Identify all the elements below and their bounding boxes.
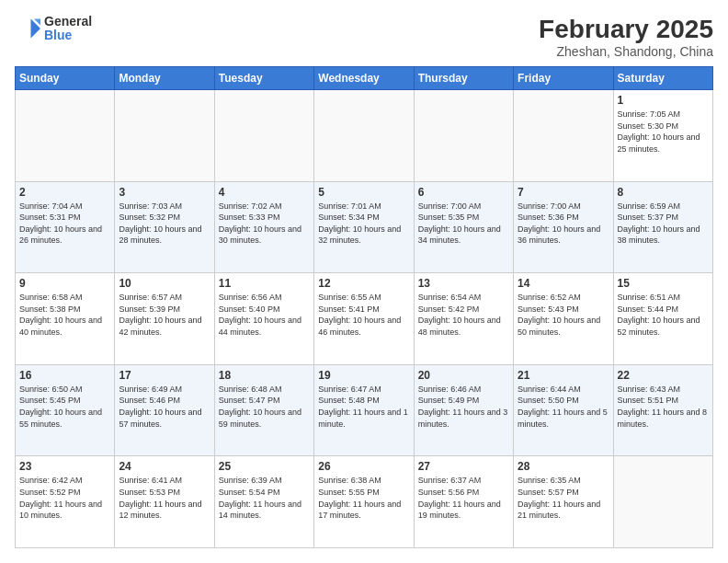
logo-general: General	[44, 15, 92, 29]
table-row: 6Sunrise: 7:00 AM Sunset: 5:35 PM Daylig…	[414, 181, 513, 273]
table-row: 17Sunrise: 6:49 AM Sunset: 5:46 PM Dayli…	[115, 364, 214, 456]
day-info: Sunrise: 6:50 AM Sunset: 5:45 PM Dayligh…	[19, 384, 110, 430]
table-row: 4Sunrise: 7:02 AM Sunset: 5:33 PM Daylig…	[214, 181, 313, 273]
day-info: Sunrise: 6:43 AM Sunset: 5:51 PM Dayligh…	[618, 384, 709, 430]
table-row	[613, 456, 712, 548]
table-row: 18Sunrise: 6:48 AM Sunset: 5:47 PM Dayli…	[214, 364, 313, 456]
day-info: Sunrise: 7:05 AM Sunset: 5:30 PM Dayligh…	[618, 109, 709, 155]
day-info: Sunrise: 6:47 AM Sunset: 5:48 PM Dayligh…	[318, 384, 409, 430]
col-sunday: Sunday	[16, 67, 115, 90]
table-row: 24Sunrise: 6:41 AM Sunset: 5:53 PM Dayli…	[115, 456, 214, 548]
day-number: 8	[618, 186, 709, 199]
day-info: Sunrise: 6:59 AM Sunset: 5:37 PM Dayligh…	[618, 201, 709, 247]
col-saturday: Saturday	[613, 67, 712, 90]
day-number: 17	[119, 369, 210, 382]
calendar-table: Sunday Monday Tuesday Wednesday Thursday…	[15, 66, 713, 548]
table-row: 7Sunrise: 7:00 AM Sunset: 5:36 PM Daylig…	[514, 181, 613, 273]
day-number: 9	[19, 277, 110, 290]
day-info: Sunrise: 6:44 AM Sunset: 5:50 PM Dayligh…	[518, 384, 609, 430]
day-number: 4	[219, 186, 310, 199]
day-info: Sunrise: 6:39 AM Sunset: 5:54 PM Dayligh…	[219, 475, 310, 521]
table-row: 8Sunrise: 6:59 AM Sunset: 5:37 PM Daylig…	[613, 181, 712, 273]
table-row: 19Sunrise: 6:47 AM Sunset: 5:48 PM Dayli…	[314, 364, 414, 456]
col-thursday: Thursday	[414, 67, 513, 90]
table-row	[16, 90, 115, 182]
day-number: 27	[418, 460, 509, 473]
day-number: 20	[418, 369, 509, 382]
day-info: Sunrise: 6:35 AM Sunset: 5:57 PM Dayligh…	[518, 475, 609, 521]
day-number: 2	[19, 186, 110, 199]
day-info: Sunrise: 7:01 AM Sunset: 5:34 PM Dayligh…	[318, 201, 409, 247]
day-info: Sunrise: 6:49 AM Sunset: 5:46 PM Dayligh…	[119, 384, 210, 430]
calendar-week-row: 2Sunrise: 7:04 AM Sunset: 5:31 PM Daylig…	[16, 181, 713, 273]
day-info: Sunrise: 6:37 AM Sunset: 5:56 PM Dayligh…	[418, 475, 509, 521]
calendar-week-row: 1Sunrise: 7:05 AM Sunset: 5:30 PM Daylig…	[16, 90, 713, 182]
table-row: 28Sunrise: 6:35 AM Sunset: 5:57 PM Dayli…	[514, 456, 613, 548]
calendar-week-row: 23Sunrise: 6:42 AM Sunset: 5:52 PM Dayli…	[16, 456, 713, 548]
table-row	[514, 90, 613, 182]
day-info: Sunrise: 6:46 AM Sunset: 5:49 PM Dayligh…	[418, 384, 509, 430]
page: General Blue February 2025 Zheshan, Shan…	[0, 0, 728, 563]
day-info: Sunrise: 6:54 AM Sunset: 5:42 PM Dayligh…	[418, 292, 509, 338]
day-number: 25	[219, 460, 310, 473]
table-row: 22Sunrise: 6:43 AM Sunset: 5:51 PM Dayli…	[613, 364, 712, 456]
table-row: 13Sunrise: 6:54 AM Sunset: 5:42 PM Dayli…	[414, 273, 513, 365]
day-info: Sunrise: 7:00 AM Sunset: 5:35 PM Dayligh…	[418, 201, 509, 247]
col-wednesday: Wednesday	[314, 67, 414, 90]
day-number: 23	[19, 460, 110, 473]
day-info: Sunrise: 6:38 AM Sunset: 5:55 PM Dayligh…	[318, 475, 409, 521]
day-number: 15	[618, 277, 709, 290]
title-block: February 2025 Zheshan, Shandong, China	[539, 15, 713, 59]
table-row: 23Sunrise: 6:42 AM Sunset: 5:52 PM Dayli…	[16, 456, 115, 548]
day-number: 5	[318, 186, 409, 199]
table-row: 5Sunrise: 7:01 AM Sunset: 5:34 PM Daylig…	[314, 181, 414, 273]
day-number: 14	[518, 277, 609, 290]
day-number: 26	[318, 460, 409, 473]
day-info: Sunrise: 6:51 AM Sunset: 5:44 PM Dayligh…	[618, 292, 709, 338]
table-row: 11Sunrise: 6:56 AM Sunset: 5:40 PM Dayli…	[214, 273, 313, 365]
table-row	[214, 90, 313, 182]
table-row: 15Sunrise: 6:51 AM Sunset: 5:44 PM Dayli…	[613, 273, 712, 365]
day-number: 16	[19, 369, 110, 382]
logo: General Blue	[15, 15, 92, 43]
table-row	[314, 90, 414, 182]
calendar-week-row: 16Sunrise: 6:50 AM Sunset: 5:45 PM Dayli…	[16, 364, 713, 456]
header: General Blue February 2025 Zheshan, Shan…	[15, 15, 713, 59]
calendar-week-row: 9Sunrise: 6:58 AM Sunset: 5:38 PM Daylig…	[16, 273, 713, 365]
logo-text: General Blue	[44, 15, 92, 43]
day-info: Sunrise: 7:03 AM Sunset: 5:32 PM Dayligh…	[119, 201, 210, 247]
table-row: 20Sunrise: 6:46 AM Sunset: 5:49 PM Dayli…	[414, 364, 513, 456]
day-info: Sunrise: 6:52 AM Sunset: 5:43 PM Dayligh…	[518, 292, 609, 338]
day-info: Sunrise: 6:57 AM Sunset: 5:39 PM Dayligh…	[119, 292, 210, 338]
day-number: 24	[119, 460, 210, 473]
day-info: Sunrise: 6:55 AM Sunset: 5:41 PM Dayligh…	[318, 292, 409, 338]
logo-icon	[15, 16, 40, 41]
table-row: 25Sunrise: 6:39 AM Sunset: 5:54 PM Dayli…	[214, 456, 313, 548]
table-row: 1Sunrise: 7:05 AM Sunset: 5:30 PM Daylig…	[613, 90, 712, 182]
day-info: Sunrise: 6:42 AM Sunset: 5:52 PM Dayligh…	[19, 475, 110, 521]
day-info: Sunrise: 7:02 AM Sunset: 5:33 PM Dayligh…	[219, 201, 310, 247]
table-row: 2Sunrise: 7:04 AM Sunset: 5:31 PM Daylig…	[16, 181, 115, 273]
col-monday: Monday	[115, 67, 214, 90]
month-title: February 2025	[539, 15, 713, 44]
table-row: 10Sunrise: 6:57 AM Sunset: 5:39 PM Dayli…	[115, 273, 214, 365]
day-number: 1	[618, 94, 709, 107]
day-number: 18	[219, 369, 310, 382]
table-row: 14Sunrise: 6:52 AM Sunset: 5:43 PM Dayli…	[514, 273, 613, 365]
day-info: Sunrise: 6:48 AM Sunset: 5:47 PM Dayligh…	[219, 384, 310, 430]
calendar-header-row: Sunday Monday Tuesday Wednesday Thursday…	[16, 67, 713, 90]
table-row: 3Sunrise: 7:03 AM Sunset: 5:32 PM Daylig…	[115, 181, 214, 273]
table-row: 21Sunrise: 6:44 AM Sunset: 5:50 PM Dayli…	[514, 364, 613, 456]
table-row: 12Sunrise: 6:55 AM Sunset: 5:41 PM Dayli…	[314, 273, 414, 365]
day-number: 19	[318, 369, 409, 382]
day-number: 6	[418, 186, 509, 199]
day-number: 22	[618, 369, 709, 382]
day-number: 3	[119, 186, 210, 199]
day-number: 13	[418, 277, 509, 290]
day-info: Sunrise: 6:58 AM Sunset: 5:38 PM Dayligh…	[19, 292, 110, 338]
day-number: 21	[518, 369, 609, 382]
day-number: 11	[219, 277, 310, 290]
day-info: Sunrise: 7:00 AM Sunset: 5:36 PM Dayligh…	[518, 201, 609, 247]
day-info: Sunrise: 6:56 AM Sunset: 5:40 PM Dayligh…	[219, 292, 310, 338]
table-row	[414, 90, 513, 182]
